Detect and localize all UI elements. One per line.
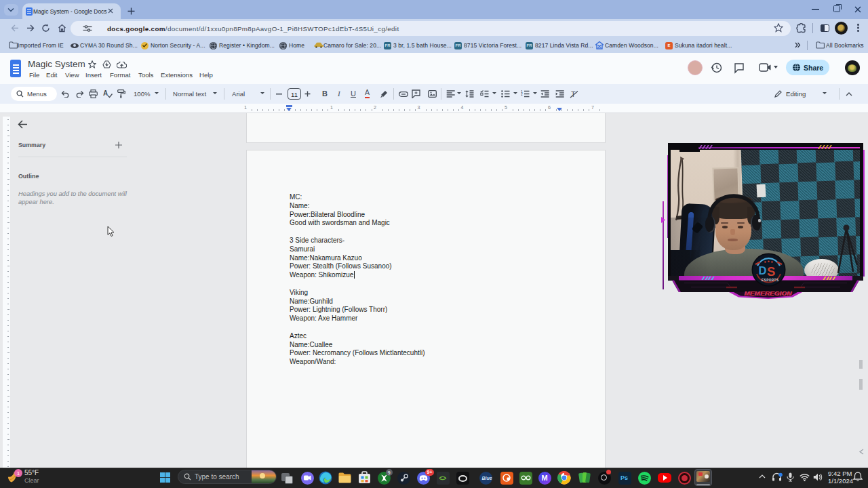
svg-text:2: 2 <box>521 92 523 96</box>
svg-text:T: T <box>571 90 576 98</box>
svg-text:1: 1 <box>17 470 20 476</box>
svg-text:ESPORTS: ESPORTS <box>762 279 778 282</box>
svg-text:D: D <box>759 264 767 277</box>
svg-text:A: A <box>103 89 108 97</box>
svg-text:S: S <box>767 264 775 279</box>
